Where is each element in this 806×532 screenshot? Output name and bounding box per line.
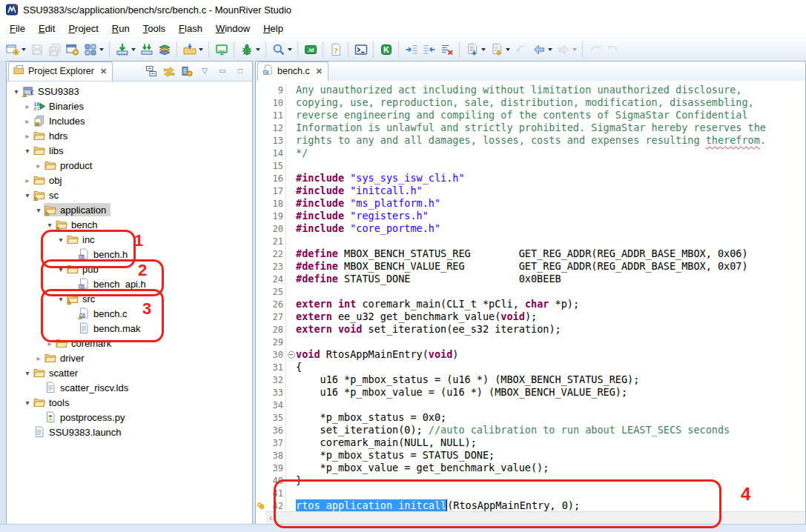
collapsed-arrow-icon[interactable]: ▸ [33,162,44,170]
dropdown-arrow-icon[interactable] [99,48,104,51]
tree-item-bench[interactable]: ▾bench [7,217,252,232]
tree-item-ssu9383[interactable]: ▾CSSU9383 [7,84,252,99]
code-line-35[interactable]: 35 *p_mbox_status = 0x0; [256,411,805,424]
tree-item-bench-mak[interactable]: bench.mak [7,321,252,336]
code-line-16[interactable]: 16#include "sys_sys_isw_cli.h" [256,172,805,184]
format-source-button[interactable] [439,41,455,58]
tree-item-bench-c[interactable]: .cbench.c [7,306,252,321]
expanded-arrow-icon[interactable]: ▾ [22,369,33,377]
expanded-arrow-icon[interactable]: ▾ [44,221,55,229]
tree-item-sc[interactable]: ▾sc [7,187,252,202]
tree-item-application[interactable]: ▾application [7,202,252,217]
quickfix-marker-icon[interactable] [256,499,265,512]
code-line-30[interactable]: 30void RtosAppMainEntry(void) [256,348,805,361]
code-line-31[interactable]: 31{ [256,361,805,373]
collapsed-arrow-icon[interactable]: ▸ [22,132,33,140]
open-terminal-button[interactable] [353,41,369,58]
menu-file[interactable]: File [3,21,32,36]
collapsed-arrow-icon[interactable]: ▸ [22,176,33,184]
code-line-40[interactable]: 40} [256,474,805,487]
import-button[interactable] [182,41,205,58]
tree-item-inc[interactable]: ▾inc [7,232,252,247]
tree-item-tools[interactable]: ▾tools [7,395,252,410]
code-line-42[interactable]: 42rtos_application_initcall(RtosAppMainE… [256,499,805,512]
code-line-36[interactable]: 36 set_iteration(0); //auto calibration … [256,424,805,436]
dropdown-arrow-icon[interactable] [22,48,26,51]
collapse-all-icon[interactable] [145,65,157,77]
code-line-28[interactable]: 28extern void set_iteration(ee_s32 itera… [256,323,805,336]
shift-right-button[interactable] [403,41,420,58]
serial-monitor-button[interactable] [214,41,230,58]
code-editor[interactable]: 9Any unauthorized act including without … [256,81,805,512]
debug-button[interactable] [239,41,262,58]
code-line-25[interactable]: 25 [256,285,805,298]
sdk-config-button[interactable]: K [378,41,394,58]
code-line-20[interactable]: 20#include "core_portme.h" [256,222,805,235]
expanded-arrow-icon[interactable]: ▾ [22,147,33,155]
tree-item-ssu9383-launch[interactable]: SSU9383.launch [7,425,252,439]
code-line-38[interactable]: 38 *p_mbox_status = STATUS_DONE; [256,449,805,462]
erase-chip-button[interactable] [156,41,173,58]
focus-on-active-task-icon[interactable] [181,65,193,77]
tree-item-product[interactable]: ▸product [7,158,252,173]
code-line-17[interactable]: 17#include "initcall.h" [256,184,805,197]
menu-tools[interactable]: Tools [136,21,172,36]
tree-item-binaries[interactable]: ▸1001Binaries [7,99,252,113]
dropdown-arrow-icon[interactable] [131,48,136,51]
code-line-11[interactable]: 11reverse engineering and compiling of t… [256,109,805,122]
maximize-icon[interactable]: □ [234,65,246,77]
menu-window[interactable]: Window [209,21,257,36]
dropdown-arrow-icon[interactable] [288,48,292,51]
code-line-41[interactable]: 41 [256,487,805,499]
view-menu-icon[interactable]: ▽ [199,65,211,77]
tree-item-coremark[interactable]: ▸coremark [7,336,252,350]
open-type-button[interactable] [464,41,487,58]
build-configuration-button[interactable] [65,41,81,58]
collapsed-arrow-icon[interactable]: ▸ [22,102,33,110]
dropdown-arrow-icon[interactable] [506,48,510,51]
fold-collapse-icon[interactable] [285,348,296,361]
code-line-37[interactable]: 37 coremark_main(NULL, NULL); [256,436,805,449]
code-line-22[interactable]: 22#define MBOX_BENCH_STATUS_REG GET_REG_… [256,247,805,260]
code-line-9[interactable]: 9Any unauthorized act including without … [256,84,805,96]
download-button[interactable] [114,41,137,58]
dropdown-arrow-icon[interactable] [256,48,260,51]
tree-item-driver[interactable]: ▸driver [7,350,252,365]
menu-project[interactable]: Project [62,21,105,36]
close-icon[interactable]: ✕ [100,67,107,75]
code-line-21[interactable]: 21 [256,235,805,247]
link-with-editor-icon[interactable] [163,65,175,77]
scroll-left-icon[interactable]: ‹ [265,513,272,523]
tree-item-scatter[interactable]: ▾scatter [7,365,252,380]
menu-edit[interactable]: Edit [32,21,62,36]
expanded-arrow-icon[interactable]: ▾ [11,87,22,96]
code-line-23[interactable]: 23#define MBOX_BENCH_VALUE_REG GET_REG_A… [256,260,805,273]
dropdown-arrow-icon[interactable] [199,48,203,51]
dropdown-arrow-icon[interactable] [481,48,486,51]
tree-item-scatter-riscv-lds[interactable]: scatter_riscv.lds [7,380,252,395]
tree-item-bench-api-h[interactable]: .hbench_api.h [7,276,252,291]
tab-bench-c[interactable]: .c bench.c ✕ [257,61,328,81]
code-line-15[interactable]: 15 [256,159,805,172]
code-line-19[interactable]: 19#include "registers.h" [256,210,805,222]
tree-item-hdrs[interactable]: ▸hdrs [7,128,252,143]
code-line-32[interactable]: 32 u16 *p_mbox_status = (u16 *) (MBOX_BE… [256,373,805,386]
collapsed-arrow-icon[interactable]: ▸ [44,339,55,348]
code-line-39[interactable]: 39 *p_mbox_value = get_benchmark_value()… [256,462,805,474]
code-line-24[interactable]: 24#define STATUS_DONE 0x0BEEB [256,273,805,285]
tree-item-src[interactable]: ▾src [7,291,252,306]
horizontal-scrollbar[interactable]: ‹ [265,511,805,524]
close-icon[interactable]: ✕ [316,67,323,75]
code-line-13[interactable]: 13rights to any and all damages, losses,… [256,134,805,147]
collapsed-arrow-icon[interactable]: ▸ [22,117,33,125]
continue-download-button[interactable] [139,41,155,58]
tree-item-bench-h[interactable]: .hbench.h [7,247,252,262]
dropdown-arrow-icon[interactable] [572,48,577,51]
tree-item-libs[interactable]: ▾libs [7,143,252,158]
expanded-arrow-icon[interactable]: ▾ [56,295,66,303]
tree-item-includes[interactable]: ▸hIncludes [7,113,252,128]
menu-run[interactable]: Run [105,21,136,36]
expanded-arrow-icon[interactable]: ▾ [33,206,44,214]
search-button[interactable] [271,41,294,58]
tab-project-explorer[interactable]: Project Explorer ✕ [8,61,113,81]
